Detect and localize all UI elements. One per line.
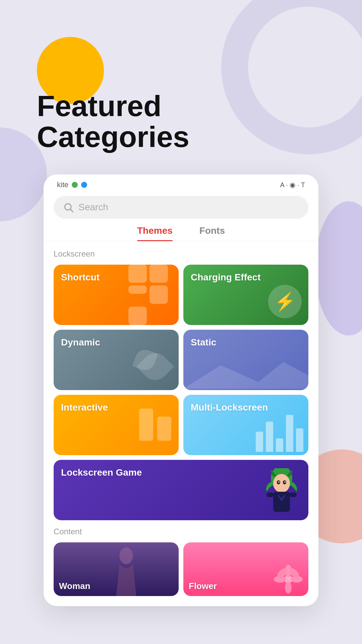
hero-title: Featured Categories	[37, 91, 189, 153]
game-label: Lockscreen Game	[61, 467, 142, 478]
bar-5	[296, 428, 303, 452]
category-card-static[interactable]: Static	[183, 330, 308, 390]
category-card-game[interactable]: Lockscreen Game	[54, 460, 308, 520]
svg-rect-12	[266, 492, 274, 497]
status-bar-left: kite	[57, 180, 87, 189]
tab-bar: Themes Fonts	[44, 225, 318, 241]
shortcut-rect-5	[128, 307, 147, 325]
multi-label: Multi-Lockscreen	[191, 402, 268, 413]
flower-label: Flower	[189, 581, 217, 591]
category-card-dynamic[interactable]: Dynamic	[54, 330, 179, 390]
static-decoration	[183, 355, 308, 390]
content-section-label: Content	[54, 527, 308, 536]
multi-bars	[256, 415, 303, 452]
shortcut-rect-1	[128, 265, 147, 283]
svg-line-1	[70, 209, 73, 212]
svg-rect-11	[273, 492, 290, 512]
bar-1	[256, 432, 263, 452]
svg-point-14	[120, 547, 133, 564]
category-card-shortcut[interactable]: Shortcut	[54, 265, 179, 325]
tab-fonts[interactable]: Fonts	[199, 225, 225, 241]
search-bar[interactable]: Search	[54, 196, 308, 219]
tab-themes[interactable]: Themes	[137, 225, 173, 241]
content-section: Content Woman Flower	[44, 527, 318, 596]
svg-point-6	[273, 474, 290, 493]
shortcut-label: Shortcut	[61, 272, 100, 283]
bg-decoration-purple	[315, 201, 362, 335]
bg-decoration-ring	[221, 0, 362, 154]
category-card-interactive[interactable]: Interactive	[54, 395, 179, 455]
search-icon	[63, 202, 74, 213]
svg-marker-2	[183, 362, 308, 389]
shortcut-rect-4	[149, 285, 168, 304]
bar-2	[266, 422, 273, 452]
content-grid: Woman Flower	[54, 542, 308, 596]
svg-rect-13	[289, 492, 297, 497]
woman-label: Woman	[59, 581, 90, 591]
app-title-text: kite	[57, 180, 68, 189]
content-card-woman[interactable]: Woman	[54, 542, 179, 596]
content-card-flower[interactable]: Flower	[183, 542, 308, 596]
bar-4	[286, 415, 293, 452]
status-bar-right: A · ◉ · T	[280, 181, 305, 189]
shortcut-rect-2	[149, 265, 168, 283]
phone-card: kite A · ◉ · T Search Themes Fonts Locks…	[44, 174, 318, 606]
status-dot-blue	[81, 182, 87, 188]
search-placeholder-text: Search	[78, 202, 108, 213]
status-bar: kite A · ◉ · T	[44, 174, 318, 193]
charging-icon: ⚡	[268, 285, 302, 318]
svg-rect-4	[157, 417, 171, 441]
interactive-icon	[135, 405, 175, 452]
category-card-charging[interactable]: Charging Effect ⚡	[183, 265, 308, 325]
interactive-label: Interactive	[61, 402, 108, 413]
svg-point-9	[278, 481, 280, 483]
svg-rect-3	[139, 409, 153, 441]
static-label: Static	[191, 337, 216, 348]
svg-point-10	[284, 481, 286, 483]
category-grid: Shortcut Charging Effect ⚡ Dynamic	[54, 265, 308, 520]
lockscreen-section-label: Lockscreen	[54, 249, 308, 259]
charging-label: Charging Effect	[191, 272, 260, 283]
dynamic-label: Dynamic	[61, 337, 100, 348]
bar-3	[276, 438, 283, 452]
status-dot-green	[72, 182, 78, 188]
shortcut-rect-3	[128, 285, 147, 294]
game-character	[258, 467, 305, 520]
category-card-multi[interactable]: Multi-Lockscreen	[183, 395, 308, 455]
svg-point-17	[285, 582, 292, 594]
